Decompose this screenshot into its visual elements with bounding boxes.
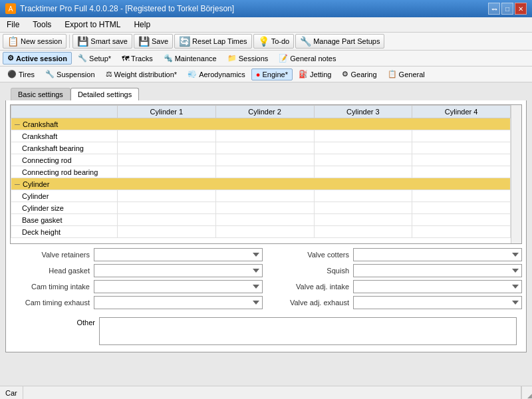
tracks-icon: 🗺 [122,55,129,63]
menu-bar: File Tools Export to HTML Help [0,17,532,33]
tab-general[interactable]: 📋 General [383,68,430,80]
valve-retainers-row: Valve retainers [10,248,263,261]
head-gasket-row: Head gasket [10,264,263,277]
col-header-cyl3: Cylinder 3 [314,106,412,118]
status-car: Car [0,386,23,399]
smart-save-icon: 💾 [77,36,88,47]
other-label: Other [15,317,95,327]
nav-tracks[interactable]: 🗺 Tracks [117,53,158,65]
table-row: Connecting rod [11,154,511,166]
table-scrollbar[interactable] [511,105,521,243]
col-header-name [11,106,118,118]
detailed-settings-tab[interactable]: Detailed settings [70,88,139,100]
maintenance-icon: 🔩 [164,54,173,63]
squish-select[interactable] [353,264,522,277]
tab-weight-distribution[interactable]: ⚖ Weight distribution* [101,68,182,80]
smart-save-button[interactable]: 💾 Smart save [72,34,132,49]
main-content: Basic settings Detailed settings Cylinde… [0,82,532,399]
title-bar: A Tracktimer Pro Full 4.0.0.28 - [Regist… [0,0,532,17]
valve-adj-intake-select[interactable] [353,280,522,293]
new-session-button[interactable]: 📋 New session [3,34,66,49]
nav-active-session[interactable]: ⚙ Active session [3,52,72,65]
menu-file[interactable]: File [3,19,23,31]
other-section: Other [10,315,522,348]
setup-icon: 🔧 [78,54,87,63]
manage-setups-icon: 🔧 [300,36,311,47]
col-header-cyl4: Cylinder 4 [412,106,511,118]
menu-export[interactable]: Export to HTML [61,19,124,31]
engine-data-table-container: Cylinder 1 Cylinder 2 Cylinder 3 Cylinde… [10,104,522,244]
todo-button[interactable]: 💡 To-do [253,34,295,49]
engine-icon: ● [256,70,261,78]
save-button[interactable]: 💾 Save [134,34,173,49]
valve-adj-intake-label: Valve adj. intake [269,283,349,291]
valve-cotters-select[interactable] [353,248,522,261]
table-row: Crankshaft [11,130,511,142]
tab-engine[interactable]: ● Engine* [251,68,293,80]
active-session-icon: ⚙ [7,54,14,63]
cam-timing-exhaust-select[interactable] [94,296,263,309]
tab-tires[interactable]: ⚫ Tires [3,68,39,80]
valve-retainers-label: Valve retainers [10,251,90,259]
app-title: Tracktimer Pro Full 4.0.0.28 - [Register… [20,4,234,13]
table-row: Crankshaft bearing [11,142,511,154]
nav-bar: ⚙ Active session 🔧 Setup* 🗺 Tracks 🔩 Mai… [0,51,532,66]
tab-jetting[interactable]: ⛽ Jetting [294,68,336,80]
table-scroll-area[interactable]: Cylinder 1 Cylinder 2 Cylinder 3 Cylinde… [11,105,511,243]
reset-lap-times-button[interactable]: 🔄 Reset Lap Times [174,34,252,49]
nav-maintenance[interactable]: 🔩 Maintenance [159,52,221,65]
valve-cotters-label: Valve cotters [269,251,349,259]
form-section: Valve retainers Head gasket Cam timing i… [10,248,522,312]
basic-settings-tab[interactable]: Basic settings [11,88,70,100]
nav-setup[interactable]: 🔧 Setup* [73,52,116,65]
nav-general-notes[interactable]: 📝 General notes [274,52,340,65]
tab-gearing[interactable]: ⚙ Gearing [337,68,381,80]
status-extra [23,386,521,399]
jetting-icon: ⛽ [299,70,308,78]
tab-suspension[interactable]: 🔧 Suspension [41,68,100,80]
tab-aerodynamics[interactable]: 💨 Aerodynamics [183,68,250,80]
menu-tools[interactable]: Tools [29,19,55,31]
general-icon: 📋 [388,70,397,78]
table-row: Deck height [11,226,511,238]
new-session-icon: 📋 [7,36,19,47]
aero-icon: 💨 [188,70,197,78]
valve-adj-intake-row: Valve adj. intake [269,280,522,293]
menu-help[interactable]: Help [130,19,154,31]
head-gasket-select[interactable] [94,264,263,277]
squish-row: Squish [269,264,522,277]
other-textarea[interactable] [99,317,517,345]
col-header-cyl1: Cylinder 1 [118,106,216,118]
cam-timing-intake-row: Cam timing intake [10,280,263,293]
valve-retainers-select[interactable] [94,248,263,261]
cam-timing-intake-select[interactable] [94,280,263,293]
reset-icon: 🔄 [179,36,190,47]
app-icon: A [5,3,16,14]
main-toolbar: 📋 New session 💾 Smart save 💾 Save 🔄 Rese… [0,33,532,51]
close-button[interactable]: ✕ [515,3,527,15]
valve-adj-exhaust-select[interactable] [353,296,522,309]
general-notes-icon: 📝 [279,54,288,63]
cam-timing-intake-label: Cam timing intake [10,283,90,291]
table-row: Cylinder size [11,202,511,214]
save-icon: 💾 [138,36,150,47]
cam-timing-exhaust-label: Cam timing exhaust [10,299,90,307]
form-right-column: Valve cotters Squish Valve adj. intake V… [269,248,522,312]
nav-sessions[interactable]: 📁 Sessions [223,52,273,65]
expand-icon[interactable]: ─ [14,180,21,188]
manage-part-setups-button[interactable]: 🔧 Manage Part Setups [295,34,384,49]
maximize-button[interactable]: □ [501,3,513,15]
cam-timing-exhaust-row: Cam timing exhaust [10,296,263,309]
expand-icon[interactable]: ─ [14,120,21,128]
status-bar: Car ◢ [0,386,532,399]
engine-data-table: Cylinder 1 Cylinder 2 Cylinder 3 Cylinde… [11,105,511,238]
tires-icon: ⚫ [7,70,17,78]
sessions-icon: 📁 [227,54,237,63]
gearing-icon: ⚙ [342,70,348,78]
valve-cotters-row: Valve cotters [269,248,522,261]
todo-icon: 💡 [258,36,269,47]
squish-label: Squish [269,267,349,275]
valve-adj-exhaust-row: Valve adj. exhaust [269,296,522,309]
table-row: Cylinder [11,190,511,202]
head-gasket-label: Head gasket [10,267,90,275]
